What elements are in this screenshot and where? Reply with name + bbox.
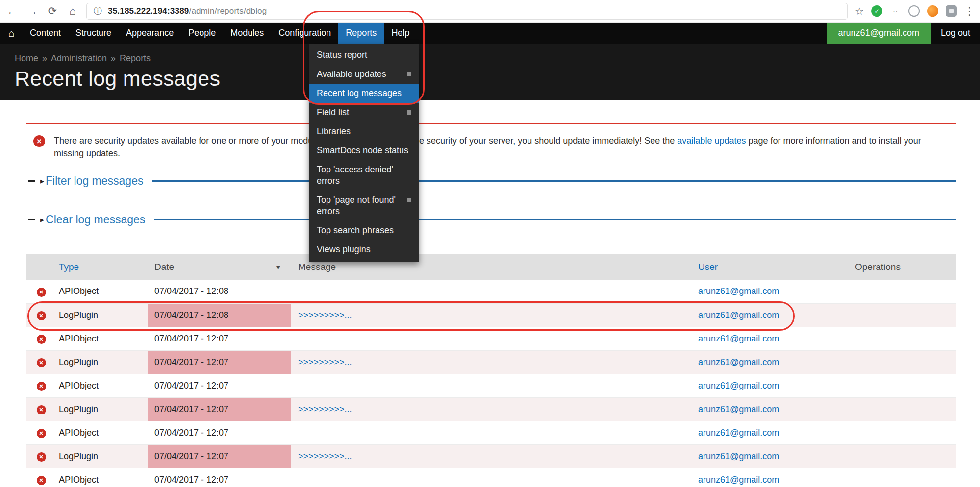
collapsed-arrow-icon: ▸ [40,215,44,224]
logout-button[interactable]: Log out [931,23,980,44]
extension-check-icon[interactable]: ✓ [871,5,882,17]
log-message-link[interactable]: >>>>>>>>>... [298,404,352,414]
log-row: ✕ APIObject 07/04/2017 - 12:07 arunz61@g… [26,468,956,487]
log-message [291,421,693,444]
breadcrumb-reports[interactable]: Reports [120,53,151,63]
sort-by-user-link[interactable]: User [698,262,718,272]
log-date: 07/04/2017 - 12:07 [148,468,291,487]
menu-item-marker [407,72,411,76]
breadcrumb-home[interactable]: Home [15,53,38,63]
menu-item-available-updates[interactable]: Available updates [309,65,419,84]
browser-menu-icon[interactable]: ⋮ [964,5,974,17]
log-row-circled: ✕ LogPlugin 07/04/2017 - 12:08 >>>>>>>>>… [26,303,956,327]
table-header-row: Type Date▼ Message User Operations [26,254,956,280]
log-date: 07/04/2017 - 12:07 [148,444,291,468]
info-icon[interactable]: ⓘ [94,5,102,17]
fieldset-rule [152,180,956,182]
extension-orange-icon[interactable] [927,5,938,17]
collapsed-arrow-icon: ▸ [40,176,44,186]
log-operations [850,397,956,421]
user-link[interactable]: arunz61@gmail.com [698,475,779,485]
log-type: APIObject [56,468,148,487]
date-header-label: Date [154,262,174,272]
error-icon: ✕ [37,405,46,414]
log-date: 07/04/2017 - 12:07 [148,350,291,374]
log-type: APIObject [56,421,148,444]
toolbar-item-modules[interactable]: Modules [223,23,271,44]
date-column-header[interactable]: Date▼ [148,254,291,280]
clear-log-messages-toggle[interactable]: Clear log messages [46,213,145,226]
menu-item-field-list[interactable]: Field list [309,103,419,122]
log-operations [850,468,956,487]
user-link[interactable]: arunz61@gmail.com [698,357,779,367]
error-icon: ✕ [37,311,46,320]
menu-item-top-access-denied-errors[interactable]: Top 'access denied' errors [309,160,419,191]
user-link[interactable]: arunz61@gmail.com [698,334,779,343]
bookmark-star-icon[interactable]: ☆ [855,5,864,17]
toolbar-item-structure[interactable]: Structure [68,23,119,44]
error-icon: ✕ [37,476,46,485]
user-link[interactable]: arunz61@gmail.com [698,286,779,296]
user-link[interactable]: arunz61@gmail.com [698,404,779,414]
address-bar[interactable]: ⓘ 35.185.222.194:3389/admin/reports/dblo… [86,3,848,20]
menu-item-views-plugins[interactable]: Views plugins [309,240,419,259]
sort-by-type-link[interactable]: Type [59,262,79,272]
forward-icon[interactable]: → [26,5,39,18]
menu-item-libraries[interactable]: Libraries [309,122,419,141]
log-operations [850,280,956,303]
user-link[interactable]: arunz61@gmail.com [698,310,779,320]
toolbar-item-content[interactable]: Content [23,23,68,44]
extension-dots-icon[interactable]: ∙∙ [890,5,901,17]
log-date: 07/04/2017 - 12:07 [148,397,291,421]
error-icon: ✕ [37,358,46,367]
log-date: 07/04/2017 - 12:07 [148,421,291,444]
error-icon: ✕ [37,382,46,391]
log-message [291,327,693,350]
refresh-icon[interactable]: ⟳ [46,5,59,18]
back-icon[interactable]: ← [6,5,19,18]
menu-item-top-page-not-found-errors[interactable]: Top 'page not found' errors [309,191,419,221]
log-row: ✕ APIObject 07/04/2017 - 12:07 arunz61@g… [26,374,956,397]
log-operations [850,303,956,327]
menu-item-marker [407,198,411,202]
error-icon: ✕ [37,429,46,438]
log-message-link[interactable]: >>>>>>>>>... [298,310,352,320]
clear-fieldset: ▸ Clear log messages [26,210,956,229]
operations-column-header: Operations [850,254,956,280]
extension-circle-icon[interactable] [908,5,920,17]
toolbar-item-people[interactable]: People [181,23,223,44]
toolbar-item-help[interactable]: Help [384,23,417,44]
user-email-button[interactable]: arunz61@gmail.com [827,23,931,44]
menu-item-status-report[interactable]: Status report [309,46,419,65]
log-type: LogPlugin [56,350,148,374]
reports-dropdown-menu: Status report Available updates Recent l… [309,44,419,262]
log-message-link[interactable]: >>>>>>>>>... [298,357,352,367]
breadcrumb-administration[interactable]: Administration [51,53,107,63]
sort-desc-icon: ▼ [275,264,281,271]
log-row: ✕ APIObject 07/04/2017 - 12:07 arunz61@g… [26,327,956,350]
available-updates-link[interactable]: available updates [677,136,746,146]
user-link[interactable]: arunz61@gmail.com [698,381,779,390]
toolbar-item-configuration[interactable]: Configuration [271,23,338,44]
error-icon: ✕ [37,288,46,297]
icon-column-header [26,254,56,280]
filter-log-messages-toggle[interactable]: Filter log messages [46,174,143,188]
menu-item-smartdocs-node-status[interactable]: SmartDocs node status [309,141,419,160]
toolbar-item-reports[interactable]: Reports [338,23,384,44]
breadcrumb-separator: » [111,53,116,63]
admin-toolbar: ⌂ Content Structure Appearance People Mo… [0,23,980,44]
menu-item-recent-log-messages[interactable]: Recent log messages [309,84,419,103]
user-link[interactable]: arunz61@gmail.com [698,451,779,461]
log-message-link[interactable]: >>>>>>>>>... [298,451,352,461]
log-operations [850,374,956,397]
toolbar-right: arunz61@gmail.com Log out [827,23,980,44]
page-title: Recent log messages [15,67,980,91]
url-text[interactable]: 35.185.222.194:3389/admin/reports/dblog [108,6,267,16]
type-column-header: Type [56,254,148,280]
browser-home-icon[interactable]: ⌂ [66,5,79,18]
user-link[interactable]: arunz61@gmail.com [698,428,779,438]
menu-item-top-search-phrases[interactable]: Top search phrases [309,221,419,240]
admin-home-icon[interactable]: ⌂ [0,23,23,44]
extension-square-icon[interactable] [946,5,957,17]
toolbar-item-appearance[interactable]: Appearance [119,23,181,44]
